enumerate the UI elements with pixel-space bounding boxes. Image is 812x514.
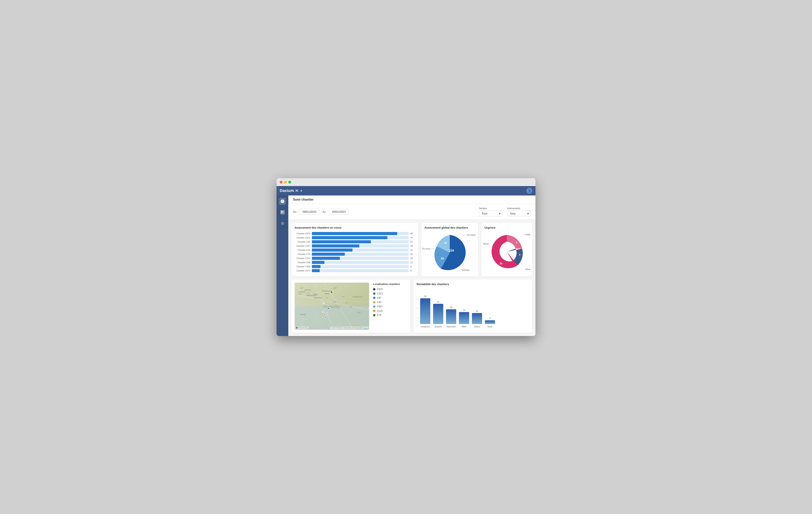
rent-bar-value: 22 xyxy=(437,301,439,303)
app-container: Daxium AI 👤 🕐 📊 ⊞ Suivi chantier xyxy=(277,186,535,336)
bar-value: 29 xyxy=(410,257,415,260)
rent-bar-value: 16 xyxy=(450,306,452,308)
avatar[interactable]: 👤 xyxy=(526,188,532,194)
rentabilite-card: Rentabilité des chantiers 30 20 10 0 28C… xyxy=(413,279,532,333)
donut-eleve-value: 30 xyxy=(499,262,502,265)
intervenants-select[interactable]: Tous xyxy=(507,211,531,216)
rent-bar-value: 13 xyxy=(463,309,465,311)
rent-bar-label: Blard xyxy=(462,326,466,328)
bar-row: Chantier C4342 xyxy=(295,248,415,252)
label-faible: Faible xyxy=(525,234,530,236)
logo: Daxium AI xyxy=(280,188,302,193)
rent-bar-value: 12 xyxy=(476,310,478,312)
urgence-card: Urgence xyxy=(481,223,532,276)
bar-label: Chantier C213 xyxy=(295,237,310,239)
avancement-card: Avancement des chantiers en cours Chanti… xyxy=(291,223,418,276)
rentabilite-bars: 28Compoeco22Quadria16Sanimobel13Blard12S… xyxy=(420,296,529,328)
svg-text:du Frioul: du Frioul xyxy=(300,314,306,315)
y-label-0: 0 xyxy=(416,325,418,327)
bar-track xyxy=(312,248,409,252)
bar-row: Chantier C0813 xyxy=(295,261,415,264)
intervenants-filter: Intervenants Tous xyxy=(507,207,531,216)
minimize-button[interactable] xyxy=(284,181,287,184)
bar-label: Chantier C456 xyxy=(295,265,310,268)
app-header: Daxium AI 👤 xyxy=(277,186,535,195)
bar-chart: Chantier C67588Chantier C21378Chantier C… xyxy=(295,232,415,272)
bar-track xyxy=(312,252,409,256)
logo-ai-badge: AI xyxy=(295,189,298,192)
donut-svg: 8 5 30 xyxy=(485,232,528,271)
bar-value: 78 xyxy=(410,237,415,239)
sidebar-icon-clock[interactable]: 🕐 xyxy=(279,198,286,205)
bar-row: Chantier C8761 xyxy=(295,240,415,243)
bar-value: 34 xyxy=(410,253,415,255)
legend-dot xyxy=(373,288,375,291)
bar-row: Chantier C4569 xyxy=(295,265,415,268)
svg-text:D568: D568 xyxy=(307,292,310,294)
bar-track xyxy=(312,240,409,243)
secteur-select[interactable]: Tous xyxy=(479,211,502,216)
global-chart-title: Avancement global des chantiers xyxy=(425,226,475,229)
legend-item: C675 xyxy=(373,288,400,291)
map-card: A55 D568 D568 A507 A507 D4 D44g D2n xyxy=(291,279,410,333)
rentabilite-chart: 30 20 10 0 28Compoeco22Quadria16Sanimobe… xyxy=(416,289,529,328)
sidebar-icon-grid[interactable]: ⊞ xyxy=(279,220,286,227)
legend-label: C675 xyxy=(377,288,383,291)
svg-line-2 xyxy=(295,298,369,302)
bar-row: Chantier C67588 xyxy=(295,232,415,235)
svg-text:ARNAVON: ARNAVON xyxy=(304,289,311,291)
bar-fill xyxy=(312,240,371,243)
secteur-filter: Secteur Tous xyxy=(479,207,502,216)
map-legend-title: Localisation chantiers xyxy=(373,282,400,286)
bar-track xyxy=(312,236,409,239)
bar-row: Chantier C21378 xyxy=(295,236,415,239)
label-eleve: Elevé xyxy=(525,268,530,270)
bar-row: Chantier C6738 xyxy=(295,269,415,272)
avancement-title: Avancement des chantiers en cours xyxy=(295,226,415,229)
secteur-select-wrapper[interactable]: Tous xyxy=(479,211,502,216)
rent-bar-label: Sanimobel xyxy=(446,326,456,328)
app-window: Daxium AI 👤 🕐 📊 ⊞ Suivi chantier xyxy=(277,178,535,336)
legend-label: C213 xyxy=(377,292,383,295)
svg-text:D568: D568 xyxy=(298,293,302,295)
bar-value: 88 xyxy=(410,233,415,235)
legend-label: C567 xyxy=(377,305,383,308)
title-bar xyxy=(277,178,535,186)
bar-fill xyxy=(312,269,320,272)
bar-fill xyxy=(312,232,397,235)
bar-label: Chantier C08 xyxy=(295,261,310,264)
pie-chart-container: 154 43 13 En retard En cours xyxy=(428,232,471,273)
svg-text:D519: D519 xyxy=(357,312,361,313)
sidebar-icon-chart[interactable]: 📊 xyxy=(279,209,286,216)
rent-bar-fill xyxy=(459,312,469,324)
maximize-button[interactable] xyxy=(288,181,291,184)
pie-en-retard-value: 13 xyxy=(444,241,447,244)
map-dot-5 xyxy=(322,311,324,313)
svg-text:L'ESTALON: L'ESTALON xyxy=(298,291,306,293)
pie-en-cours-value: 43 xyxy=(441,257,444,260)
map-dot-6 xyxy=(326,313,328,315)
bar-fill xyxy=(312,244,359,247)
page-header: Suivi chantier xyxy=(288,195,535,204)
map-credit-copyright: © 2023 TomTom © 2023 Microsoft Corporati… xyxy=(330,327,368,329)
bar-label: Chantier C123 xyxy=(295,257,310,260)
rent-bar-wrap: 22Quadria xyxy=(433,301,443,328)
legend-item: C78 xyxy=(373,314,400,317)
svg-text:BELLE VUE: BELLE VUE xyxy=(314,297,322,298)
dashboard: Avancement des chantiers en cours Chanti… xyxy=(288,220,535,336)
donut-moyen-value: 5 xyxy=(519,253,521,256)
date-to-field[interactable]: 30/01/2023 xyxy=(329,209,349,215)
rent-bar-wrap: 12Sotkon xyxy=(472,310,482,328)
filter-group: Secteur Tous Intervenants To xyxy=(479,207,531,216)
intervenants-select-wrapper[interactable]: Tous xyxy=(507,211,531,216)
legend-label: C123 xyxy=(377,309,383,312)
close-button[interactable] xyxy=(280,181,283,184)
filters-bar: Du 09/01/2023 Au 30/01/2023 Secteur Tous xyxy=(288,204,535,220)
date-from-field[interactable]: 09/01/2023 xyxy=(300,209,319,215)
content-area: Suivi chantier Du 09/01/2023 Au 30/01/20… xyxy=(288,195,535,336)
bar-label: Chantier C87 xyxy=(295,241,310,243)
bar-fill xyxy=(312,252,345,256)
pie-termines-value: 154 xyxy=(449,249,454,252)
label-en-retard: En retard xyxy=(463,234,475,236)
svg-text:D44g: D44g xyxy=(333,301,336,303)
